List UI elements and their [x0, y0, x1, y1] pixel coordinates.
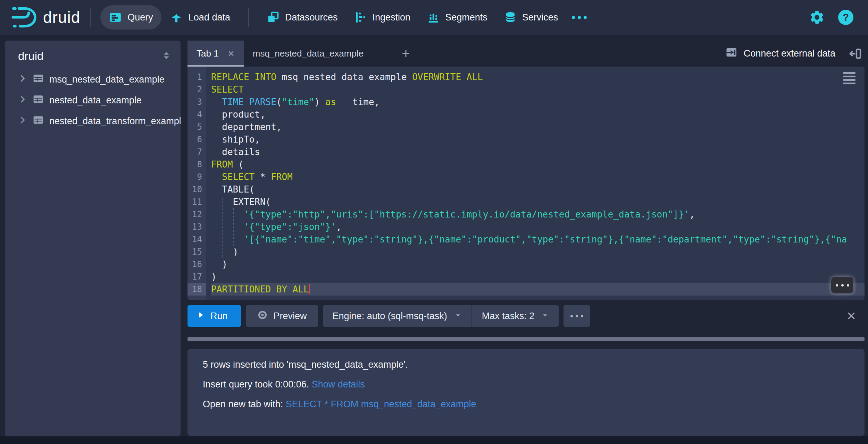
engine-settings-group: Engine: auto (sql-msq-task) Max tasks: 2 — [323, 305, 559, 327]
close-results-icon[interactable]: ✕ — [846, 309, 857, 323]
indent-guide — [233, 208, 234, 246]
line-actions-button[interactable] — [831, 277, 853, 293]
show-details-link[interactable]: Show details — [312, 379, 365, 390]
sidebar-item-msq-nested-data-example[interactable]: msq_nested_data_example — [5, 69, 181, 90]
query-console-icon — [109, 11, 122, 24]
footer-strip — [0, 436, 868, 444]
connect-external-data-button[interactable]: Connect external data — [725, 46, 835, 61]
tab-tab1[interactable]: Tab 1 ✕ — [187, 41, 244, 67]
chevron-down-icon — [541, 311, 549, 322]
table-name: nested_data_transform_exampl — [49, 116, 181, 127]
import-data-icon — [725, 46, 737, 61]
table-icon — [33, 73, 44, 86]
indent-guide — [222, 196, 223, 258]
druid-logo[interactable]: druid — [10, 6, 80, 28]
sort-icon[interactable] — [161, 50, 172, 62]
segments-icon — [427, 11, 440, 24]
sidebar-schema-panel: druid msq_nested_data_example — [5, 41, 181, 436]
table-name: nested_data_example — [49, 95, 142, 106]
chevron-right-icon[interactable] — [18, 116, 27, 127]
settings-gear-icon[interactable] — [809, 9, 825, 25]
druid-console: druid Query Load data — [0, 0, 868, 444]
navbar: druid Query Load data — [0, 0, 868, 35]
open-drawer-icon[interactable] — [849, 47, 862, 60]
engine-select[interactable]: Engine: auto (sql-msq-task) — [323, 305, 471, 327]
open-new-tab-query-link[interactable]: SELECT * FROM msq_nested_data_example — [286, 399, 476, 409]
sidebar-item-nested-data-transform-example[interactable]: nested_data_transform_exampl — [5, 111, 181, 131]
chevron-down-icon — [454, 311, 462, 322]
query-duration-row: Insert query took 0:00:06. Show details — [203, 379, 865, 390]
brand-wordmark: druid — [43, 8, 80, 27]
chevron-right-icon[interactable] — [18, 74, 27, 85]
datasources-icon — [267, 11, 279, 24]
open-new-tab-row: Open new tab with: SELECT * FROM msq_nes… — [203, 399, 865, 410]
resize-splitter-handle[interactable] — [187, 337, 865, 341]
schema-title: druid — [18, 50, 43, 63]
run-button[interactable]: Run — [187, 305, 241, 327]
nav-item-load-data[interactable]: Load data — [161, 5, 239, 29]
max-tasks-select[interactable]: Max tasks: 2 — [472, 305, 559, 327]
help-icon[interactable]: ? — [838, 10, 853, 25]
query-tab-bar: Tab 1 ✕ msq_nested_data_example + — [187, 41, 865, 67]
insert-summary-text: 5 rows inserted into 'msq_nested_data_ex… — [203, 359, 865, 370]
code-lines[interactable]: REPLACE INTO msq_nested_data_example OVE… — [206, 67, 865, 300]
ingestion-icon — [354, 11, 367, 24]
query-results-panel: 5 rows inserted into 'msq_nested_data_ex… — [187, 349, 865, 436]
navbar-divider — [248, 8, 249, 27]
tab-msq-nested-data-example[interactable]: msq_nested_data_example — [244, 41, 373, 67]
new-tab-button[interactable]: + — [393, 41, 419, 67]
nav-item-services[interactable]: Services — [496, 5, 567, 29]
query-workbench: Tab 1 ✕ msq_nested_data_example + — [187, 41, 865, 436]
table-name: msq_nested_data_example — [49, 74, 165, 85]
eye-icon — [257, 309, 268, 323]
services-database-icon — [504, 11, 517, 24]
nav-item-ingestion[interactable]: Ingestion — [346, 5, 419, 29]
close-tab-icon[interactable]: ✕ — [228, 49, 235, 59]
play-icon — [197, 311, 205, 322]
table-icon — [33, 114, 44, 128]
sidebar-item-nested-data-example[interactable]: nested_data_example — [5, 90, 181, 111]
work-history-icon[interactable] — [843, 72, 856, 84]
nav-item-segments[interactable]: Segments — [419, 5, 496, 29]
navbar-divider — [90, 8, 91, 27]
editor-gutter: 123456789101112131415161718 — [187, 67, 206, 300]
chevron-right-icon[interactable] — [18, 95, 27, 106]
nav-item-datasources[interactable]: Datasources — [259, 5, 346, 29]
sql-editor[interactable]: 123456789101112131415161718 REPLACE INTO… — [187, 67, 865, 300]
run-bar: Run Preview Engine: auto (sql-msq-task) — [187, 305, 865, 327]
upload-icon — [170, 11, 183, 24]
preview-button[interactable]: Preview — [246, 305, 318, 327]
more-menu-button[interactable] — [566, 5, 592, 29]
run-more-options-button[interactable] — [564, 305, 590, 327]
nav-item-query[interactable]: Query — [100, 5, 161, 29]
table-icon — [33, 94, 44, 107]
druid-logo-icon — [10, 6, 37, 28]
